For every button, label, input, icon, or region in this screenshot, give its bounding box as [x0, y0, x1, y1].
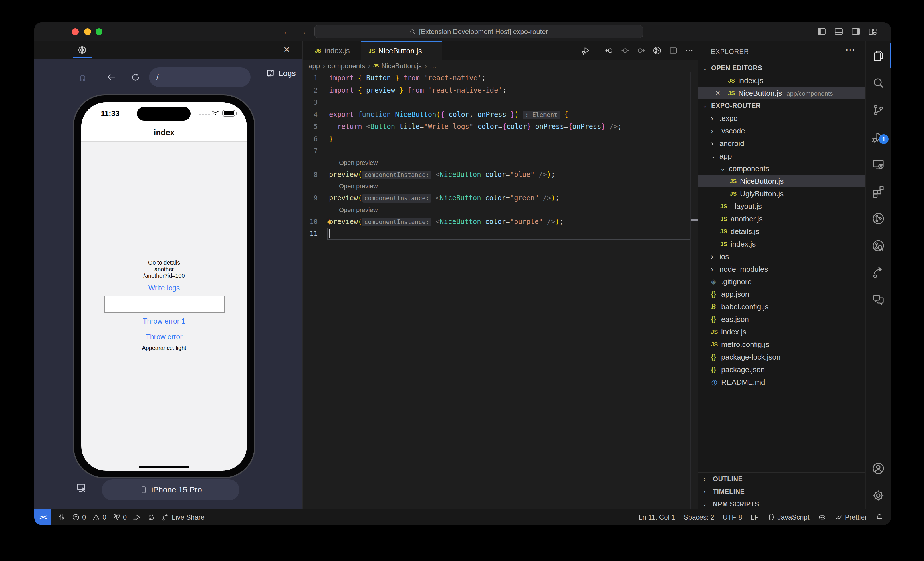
quickfix-sparkle-icon[interactable]: ✦	[326, 216, 333, 229]
device-select-button[interactable]: iPhone 15 Pro	[102, 479, 239, 501]
minimize-traffic-light[interactable]	[84, 28, 91, 35]
tree-item-package-lock-json[interactable]: {}package-lock.json	[698, 351, 865, 363]
activity-settings-icon[interactable]	[872, 489, 885, 502]
explorer-more-icon[interactable]: ⋯	[845, 44, 855, 56]
nav-back-icon[interactable]	[106, 72, 116, 82]
tree-item-eas-json[interactable]: {}eas.json	[698, 313, 865, 326]
activity-accounts-icon[interactable]	[872, 462, 885, 475]
tree-item-uglybutton-js[interactable]: JSUglyButton.js	[698, 187, 865, 200]
tree-item-package-json[interactable]: {}package.json	[698, 363, 865, 376]
tab-index-js[interactable]: JS index.js	[308, 41, 361, 60]
activity-source-control-icon[interactable]	[872, 103, 885, 117]
activity-devices-icon[interactable]	[872, 157, 885, 171]
section-expo-router[interactable]: ⌄EXPO-ROUTER	[698, 99, 865, 112]
go-to-details-link[interactable]: Go to details	[81, 259, 247, 266]
close-panel-icon[interactable]: ✕	[283, 45, 290, 54]
breadcrumb-item[interactable]: app	[309, 62, 320, 70]
tab-nicebutton-js[interactable]: JS NiceButton.js	[361, 41, 442, 60]
activity-extensions-icon[interactable]	[872, 185, 885, 198]
breadcrumb-item[interactable]: NiceButton.js	[381, 62, 422, 70]
close-traffic-light[interactable]	[72, 28, 79, 35]
nav-current-circle-icon[interactable]	[621, 46, 630, 55]
codelens-open-preview[interactable]: Open preview	[303, 157, 698, 168]
activity-run-and-debug-icon[interactable]: 1	[872, 130, 885, 144]
activity-explorer-icon[interactable]	[872, 49, 885, 63]
activity-search-icon[interactable]	[872, 76, 885, 90]
section-open-editors[interactable]: ⌄OPEN EDITORS	[698, 62, 865, 74]
tree-item--expo[interactable]: ›.expo	[698, 112, 865, 125]
screen-mirror-icon[interactable]	[76, 482, 87, 493]
status-warnings[interactable]: 0	[92, 513, 106, 521]
open-editor-index-js[interactable]: JSindex.js	[698, 74, 865, 87]
toggle-primary-sidebar-icon[interactable]	[817, 27, 826, 36]
status-errors[interactable]: 0	[72, 513, 86, 521]
tree-item-index-js[interactable]: JSindex.js	[698, 238, 865, 250]
toggle-secondary-sidebar-icon[interactable]	[851, 27, 861, 36]
codelens-open-preview[interactable]: Open preview	[303, 180, 698, 192]
tree-item-node-modules[interactable]: ›node_modules	[698, 263, 865, 275]
status-copilot-status[interactable]	[818, 513, 826, 521]
route-links[interactable]: Go to details another /another?id=100	[81, 259, 247, 279]
text-input[interactable]	[104, 296, 225, 313]
status-encoding[interactable]: UTF-8	[723, 513, 742, 521]
tree-item-app[interactable]: ⌄app	[698, 150, 865, 162]
code-line[interactable]: 9preview(componentInstance: <NiceButton …	[303, 192, 698, 204]
tree-item--gitignore[interactable]: ◈.gitignore	[698, 275, 865, 288]
zoom-traffic-light[interactable]	[96, 28, 102, 35]
status-indentation[interactable]: Spaces: 2	[684, 513, 714, 521]
another-id-link[interactable]: /another?id=100	[81, 272, 247, 279]
tree-item-babel-config-js[interactable]: Bbabel.config.js	[698, 301, 865, 313]
status-debug-status[interactable]	[133, 513, 141, 521]
code-line[interactable]: 5 return <Button title="Write logs" colo…	[303, 120, 698, 133]
nav-forward-circle-icon[interactable]	[637, 46, 646, 55]
history-forward-button[interactable]: →	[297, 26, 308, 37]
command-center-search[interactable]: [Extension Development Host] expo-router	[315, 25, 643, 38]
nav-back-circle-icon[interactable]	[604, 46, 614, 55]
tree-item-components[interactable]: ⌄components	[698, 162, 865, 175]
tree-item-nicebutton-js[interactable]: JSNiceButton.js	[698, 175, 865, 187]
logs-button[interactable]: Logs	[266, 69, 296, 78]
open-editor-nicebutton-js[interactable]: ✕JSNiceButton.jsapp/components	[698, 87, 865, 99]
section-outline[interactable]: ›OUTLINE	[698, 472, 865, 485]
status-live-share-status[interactable]: Live Share	[162, 513, 205, 521]
radon-ide-logo-icon[interactable]	[78, 45, 87, 54]
more-actions-icon[interactable]	[685, 46, 694, 55]
code-line[interactable]: 7	[303, 145, 698, 157]
code-line[interactable]: 10✦preview(componentInstance: <NiceButto…	[303, 216, 698, 228]
code-line[interactable]: 1import { Button } from 'react-native';	[303, 72, 698, 84]
commit-graph-icon[interactable]	[652, 46, 662, 55]
tree-item-metro-config-js[interactable]: JSmetro.config.js	[698, 338, 865, 351]
tree-item-index-js[interactable]: JSindex.js	[698, 326, 865, 338]
activity-branch-inspect-icon[interactable]	[872, 239, 885, 253]
status-ports[interactable]: 0	[113, 513, 127, 521]
activity-comments-icon[interactable]	[872, 293, 885, 307]
code-line[interactable]: 8preview(componentInstance: <NiceButton …	[303, 168, 698, 181]
tree-item-android[interactable]: ›android	[698, 137, 865, 150]
tree-item-app-json[interactable]: {}app.json	[698, 288, 865, 301]
code-line[interactable]: 3	[303, 96, 698, 108]
code-editor[interactable]: 1import { Button } from 'react-native';2…	[303, 72, 698, 509]
another-link[interactable]: another	[81, 266, 247, 272]
status-sync-status[interactable]	[147, 513, 155, 521]
toggle-panel-icon[interactable]	[834, 27, 843, 36]
code-line[interactable]: 4export function NiceButton({ color, onP…	[303, 108, 698, 121]
customize-layout-icon[interactable]	[868, 27, 878, 36]
close-editor-icon[interactable]: ✕	[715, 87, 720, 99]
inspect-magnet-icon[interactable]	[78, 72, 88, 83]
reload-icon[interactable]	[130, 72, 141, 82]
codelens-open-preview[interactable]: Open preview	[303, 204, 698, 216]
status-language-mode[interactable]: JavaScript	[767, 513, 810, 521]
tree-item-readme-md[interactable]: README.md	[698, 376, 865, 388]
status-formatter-status[interactable]: Prettier	[835, 513, 867, 521]
status-radon-tools[interactable]	[58, 513, 66, 521]
status-notifications[interactable]	[876, 513, 884, 521]
throw-error-1-button[interactable]: Throw error 1	[81, 317, 247, 325]
code-line[interactable]: 11	[303, 228, 698, 240]
section-npm-scripts[interactable]: ›NPM SCRIPTS	[698, 498, 865, 510]
write-logs-button[interactable]: Write logs	[81, 284, 247, 292]
split-editor-icon[interactable]	[669, 46, 678, 55]
breadcrumb[interactable]: app›components›JSNiceButton.js›…	[303, 60, 698, 72]
tree-item--layout-js[interactable]: JS_layout.js	[698, 200, 865, 212]
status-eol[interactable]: LF	[751, 513, 759, 521]
tree-item-ios[interactable]: ›ios	[698, 250, 865, 263]
